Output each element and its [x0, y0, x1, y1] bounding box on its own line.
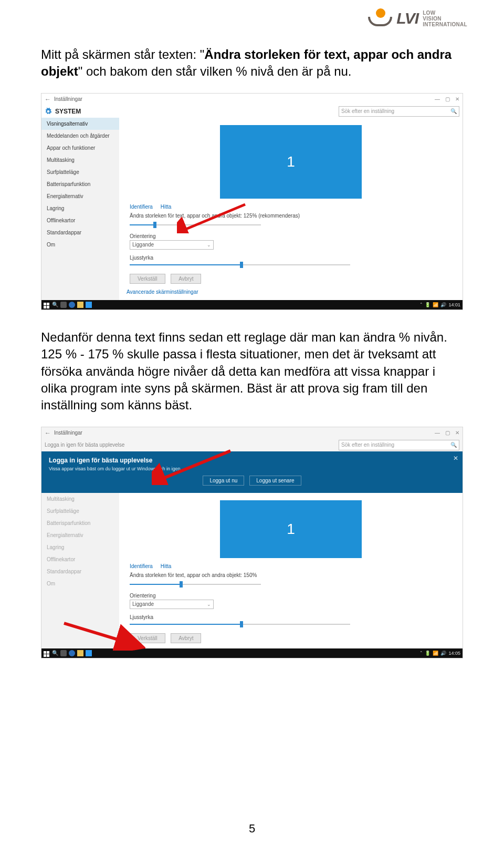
advanced-display-link[interactable]: Avancerade skärminställningar [127, 289, 455, 295]
maximize-icon[interactable]: ▢ [445, 430, 450, 436]
logout-now-button[interactable]: Logga ut nu [203, 476, 244, 486]
logo-tagline: LOW VISION INTERNATIONAL [423, 10, 467, 27]
minimize-icon[interactable]: — [435, 96, 440, 102]
window-title: Inställningar [54, 430, 82, 436]
tray-wifi-icon[interactable]: 📶 [433, 302, 438, 307]
display-settings-pane: 1 Identifiera Hitta Ändra storleken för … [119, 118, 463, 300]
gear-icon [45, 108, 52, 115]
search-taskbar-icon[interactable]: 🔍 [52, 302, 58, 308]
search-input[interactable]: Sök efter en inställning 🔍 [339, 440, 459, 450]
search-taskbar-icon[interactable]: 🔍 [52, 650, 58, 656]
edge-icon[interactable] [69, 650, 75, 656]
monitor-preview[interactable]: 1 [220, 125, 362, 199]
tray-volume-icon[interactable]: 🔊 [440, 651, 446, 656]
svg-rect-7 [44, 651, 46, 654]
sidebar-item-battery[interactable]: Batterisparfunktion [41, 517, 119, 529]
sidebar-item-multitasking[interactable]: Multitasking [41, 154, 119, 166]
search-input[interactable]: Sök efter en inställning 🔍 [339, 106, 459, 117]
clock[interactable]: 14:05 [448, 651, 460, 656]
sidebar-item-about[interactable]: Om [41, 578, 119, 590]
svg-rect-4 [47, 306, 49, 308]
identify-link[interactable]: Identifiera [130, 563, 153, 569]
svg-rect-8 [47, 651, 49, 654]
sidebar-item-notifications[interactable]: Meddelanden och åtgärder [41, 130, 119, 142]
sidebar-item-about[interactable]: Om [41, 239, 119, 251]
back-icon[interactable]: ← [45, 96, 51, 103]
svg-rect-1 [44, 303, 46, 305]
tray-volume-icon[interactable]: 🔊 [440, 302, 446, 307]
sidebar-item-power[interactable]: Energialternativ [41, 190, 119, 202]
sidebar: Multitasking Surfplatteläge Batterisparf… [41, 493, 119, 648]
explorer-icon[interactable] [77, 302, 83, 308]
page-title: SYSTEM [55, 108, 81, 115]
detect-link[interactable]: Hitta [161, 204, 172, 210]
svg-rect-2 [47, 303, 49, 305]
cancel-button[interactable]: Avbryt [171, 633, 201, 643]
p1-post: " och bakom den står vilken % nivå den ä… [78, 64, 352, 78]
orientation-value: Liggande [132, 242, 154, 248]
tray-icon[interactable]: 🔋 [425, 302, 430, 307]
monitor-id: 1 [287, 153, 295, 170]
brightness-slider[interactable] [130, 621, 350, 627]
close-icon[interactable]: ✕ [455, 430, 459, 436]
sidebar-item-tablet[interactable]: Surfplatteläge [41, 166, 119, 178]
logout-later-button[interactable]: Logga ut senare [249, 476, 301, 486]
window-titlebar: ← Inställningar — ▢ ✕ [41, 94, 463, 105]
edge-icon[interactable] [69, 302, 75, 308]
orientation-select[interactable]: Liggande ⌄ [130, 240, 214, 250]
start-icon[interactable] [44, 302, 50, 308]
sidebar-item-storage[interactable]: Lagring [41, 541, 119, 553]
apply-button[interactable]: Verkställ [130, 633, 165, 643]
orientation-label: Orientering [130, 233, 455, 239]
apply-button[interactable]: Verkställ [130, 274, 165, 284]
taskview-icon[interactable] [60, 650, 67, 656]
sidebar-item-power[interactable]: Energialternativ [41, 529, 119, 541]
tray-wifi-icon[interactable]: 📶 [433, 651, 438, 656]
brightness-slider[interactable] [130, 262, 350, 268]
sidebar-item-display[interactable]: Visningsalternativ [41, 118, 119, 130]
clock[interactable]: 14:01 [448, 302, 460, 307]
start-icon[interactable] [44, 650, 50, 656]
chevron-down-icon: ⌄ [207, 242, 211, 248]
tray-icon[interactable]: 🔋 [425, 651, 430, 656]
banner-close-icon[interactable]: ✕ [453, 455, 458, 462]
header-row: Logga in igen för bästa upplevelse Sök e… [41, 439, 463, 451]
store-icon[interactable] [86, 302, 92, 308]
sidebar-item-storage[interactable]: Lagring [41, 202, 119, 214]
cancel-button[interactable]: Avbryt [171, 274, 201, 284]
p1-pre: Mitt på skärmen står texten: " [41, 47, 204, 61]
brightness-label: Ljusstyrka [130, 614, 455, 620]
scale-slider[interactable] [130, 222, 261, 228]
sidebar-item-apps[interactable]: Appar och funktioner [41, 142, 119, 154]
paragraph-2: Nedanför denna text finns sedan ett regl… [41, 329, 463, 414]
tray-up-icon[interactable]: ˄ [420, 302, 423, 307]
monitor-id: 1 [287, 521, 295, 538]
tray-up-icon[interactable]: ˄ [420, 651, 423, 656]
orientation-select[interactable]: Liggande ⌄ [130, 600, 214, 609]
sidebar-item-tablet[interactable]: Surfplatteläge [41, 505, 119, 517]
identify-link[interactable]: Identifiera [130, 204, 153, 210]
scale-slider[interactable] [130, 581, 261, 588]
sidebar-item-maps[interactable]: Offlinekartor [41, 553, 119, 565]
monitor-preview[interactable]: 1 [220, 500, 362, 558]
sidebar-item-defaultapps[interactable]: Standardappar [41, 565, 119, 578]
sidebar-item-battery[interactable]: Batterisparfunktion [41, 178, 119, 190]
lvi-logo: LVI LOW VISION INTERNATIONAL [368, 9, 467, 27]
taskview-icon[interactable] [60, 302, 67, 308]
taskbar: 🔍 ˄ 🔋 📶 🔊 14:05 [41, 648, 463, 658]
sidebar-item-multitasking[interactable]: Multitasking [41, 493, 119, 505]
close-icon[interactable]: ✕ [455, 96, 459, 102]
paragraph-1: Mitt på skärmen står texten: "Ändra stor… [41, 46, 463, 80]
banner-title: Logga in igen för bästa upplevelse [49, 457, 455, 464]
logo-tagline-1: LOW [423, 10, 467, 16]
sidebar-item-maps[interactable]: Offlinekartor [41, 214, 119, 226]
store-icon[interactable] [86, 650, 92, 656]
explorer-icon[interactable] [77, 650, 83, 656]
sidebar-item-defaultapps[interactable]: Standardappar [41, 226, 119, 239]
signin-hint: Logga in igen för bästa upplevelse [45, 442, 124, 448]
detect-link[interactable]: Hitta [161, 563, 172, 569]
back-icon[interactable]: ← [45, 429, 51, 437]
sidebar: Visningsalternativ Meddelanden och åtgär… [41, 118, 119, 300]
minimize-icon[interactable]: — [435, 430, 440, 436]
maximize-icon[interactable]: ▢ [445, 96, 450, 102]
